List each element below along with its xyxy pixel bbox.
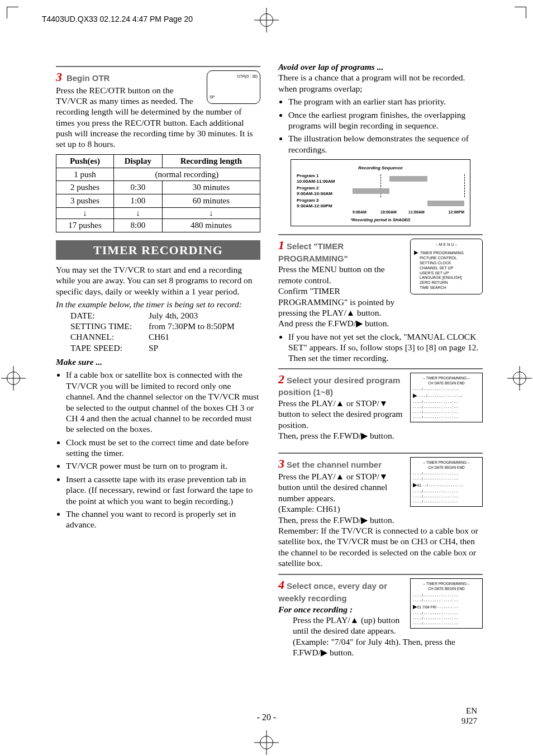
registration-mark-top — [254, 8, 279, 32]
list-item: If a cable box or satellite box is conne… — [66, 369, 260, 434]
recording-sequence-diagram: Recording Sequence Program 110:00AM-11:0… — [291, 159, 470, 226]
list-item: The channel you want to record is proper… — [66, 508, 260, 530]
th-pushes: Push(es) — [56, 154, 114, 168]
footer-right: EN9J27 — [461, 706, 477, 726]
file-info: T4403UD.QX33 02.12.24 4:47 PM Page 20 — [42, 15, 193, 23]
list-item: Clock must be set to the correct time an… — [66, 437, 260, 459]
otr-display-illustration: OTR(0 : 30) SP — [207, 70, 260, 104]
right-column: Avoid over lap of programs ... There is … — [278, 61, 483, 706]
otr-push-table: Push(es) Display Recording length 1 push… — [56, 154, 260, 232]
timer-programming-osd-3: – TIMER PROGRAMMING – CH DATE BEGIN END … — [410, 457, 483, 507]
list-item: Once the earliest program finishes, the … — [288, 110, 483, 131]
step3r-body3: Then, press the F.FWD/▶ button. — [278, 515, 483, 525]
list-item: Insert a cassette tape with its erase pr… — [66, 474, 260, 506]
step1-note: If you have not yet set the clock, "MANU… — [288, 331, 483, 364]
timer-programming-osd-4: – TIMER PROGRAMMING – CH DATE BEGIN END … — [410, 578, 483, 629]
page-number: - 20 - — [0, 712, 533, 722]
menu-osd-illustration: – M E N U – ▶ TIMER PROGRAMMING PICTURE … — [410, 239, 483, 294]
left-column: OTR(0 : 30) SP 3 Begin OTR Press the REC… — [56, 61, 260, 706]
list-item: The illustration below demonstrates the … — [288, 133, 483, 155]
step1-body3: And press the F.FWD/▶ button. — [278, 318, 483, 329]
th-display: Display — [113, 154, 162, 168]
step3r-body4: Remember: If the TV/VCR is connected to … — [278, 525, 483, 569]
step2-body2: Then, press the F.FWD/▶ button. — [278, 430, 483, 441]
list-item: The program with an earlier start has pr… — [288, 96, 483, 107]
registration-mark-right — [507, 366, 532, 391]
list-item: TV/VCR power must be turn on to program … — [66, 460, 260, 471]
avoid-list: The program with an earlier start has pr… — [278, 96, 483, 155]
crop-mark-tr — [515, 7, 526, 18]
th-length: Recording length — [162, 154, 260, 168]
example-lead: In the example below, the timer is being… — [56, 299, 260, 310]
avoid-title: Avoid over lap of programs ... — [278, 61, 483, 72]
example-block: DATE:July 4th, 2003 SETTING TIME:from 7:… — [70, 310, 260, 354]
timer-programming-osd-2: – TIMER PROGRAMMING – CH DATE BEGIN END … — [410, 373, 483, 423]
make-sure-list: If a cable box or satellite box is conne… — [56, 369, 260, 530]
avoid-body: There is a chance that a program will no… — [278, 72, 483, 94]
registration-mark-left — [1, 366, 26, 391]
timer-intro: You may set the TV/VCR to start and end … — [56, 264, 260, 297]
crop-mark-tl — [7, 7, 18, 18]
make-sure-heading: Make sure ... — [56, 356, 260, 367]
section-title-bar: TIMER RECORDING — [56, 240, 260, 260]
registration-mark-bottom — [254, 730, 279, 755]
step-number: 3 — [56, 70, 62, 84]
step-title: Begin OTR — [66, 73, 110, 83]
